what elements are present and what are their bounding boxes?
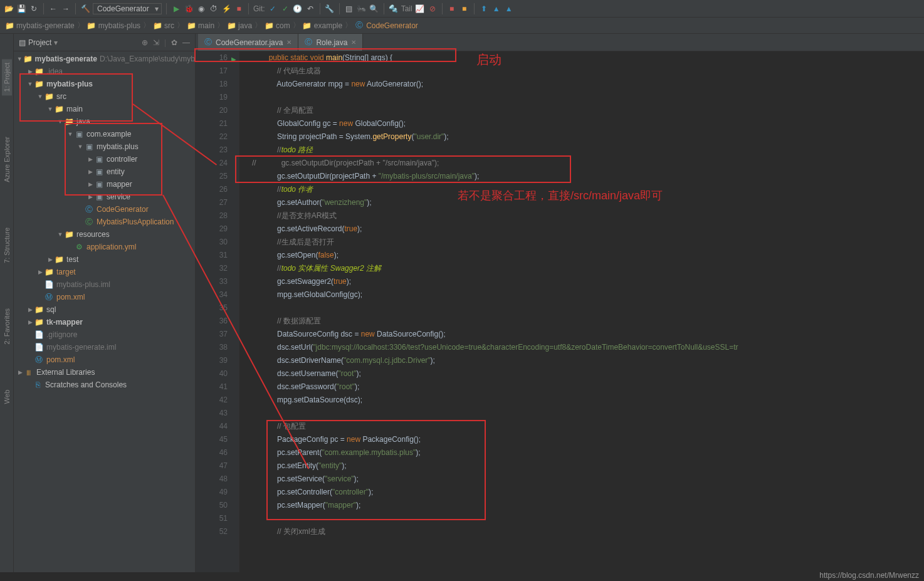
azure2-icon[interactable]: ▲ <box>504 4 514 14</box>
tree-node[interactable]: 📄mybatis-generate.iml <box>14 341 195 353</box>
git-history-icon[interactable]: 🕐 <box>293 4 303 14</box>
orange-square-icon[interactable]: ■ <box>459 4 470 14</box>
hide-icon[interactable]: — <box>182 38 190 47</box>
git-label: Git: <box>253 4 265 13</box>
editor-tabs: Ⓒ CodeGenerator.java ✕ Ⓒ Role.java ✕ <box>196 34 924 51</box>
tree-node[interactable]: ▶▣mapper <box>14 178 195 191</box>
graph-icon[interactable]: 📈 <box>415 4 425 14</box>
stop-icon[interactable]: ■ <box>234 4 244 14</box>
tab-label: Role.java <box>316 38 347 47</box>
tree-node[interactable]: ▼▣mybatis.plus <box>14 140 195 153</box>
block-icon[interactable]: ⊘ <box>428 4 438 14</box>
editor-tab[interactable]: Ⓒ CodeGenerator.java ✕ <box>198 34 298 51</box>
project-title: Project <box>28 38 51 47</box>
class-icon: Ⓒ <box>305 37 312 48</box>
favorites-tool-tab[interactable]: 2: Favorites <box>2 305 12 348</box>
tree-node[interactable]: 📄.gitignore <box>14 328 195 341</box>
run-config-combo[interactable]: CodeGenerator <box>93 3 162 14</box>
breadcrumb-item[interactable]: 📁mybatis-generate <box>5 21 75 30</box>
git-revert-icon[interactable]: ↶ <box>305 4 315 14</box>
breadcrumb-item[interactable]: ⒸCodeGenerator <box>355 21 418 30</box>
breadcrumb-item[interactable]: 📁mybatis-plus <box>87 21 140 30</box>
tree-node[interactable]: ▶▣controller <box>14 153 195 165</box>
tree-node[interactable]: ▼📁resources <box>14 228 195 241</box>
watermark: https://blog.csdn.net/Mrwenzz <box>819 571 919 580</box>
tree-node[interactable]: ▶▣service <box>14 191 195 203</box>
tree-node[interactable]: 📄mybatis-plus.iml <box>14 278 195 291</box>
tree-node[interactable]: ▶📁tk-mapper <box>14 316 195 328</box>
left-toolbar: 1: Project Azure Explorer 7: Structure 2… <box>0 34 14 572</box>
project-icon: ▤ <box>19 38 26 47</box>
web-tool-tab[interactable]: Web <box>2 386 12 407</box>
red-square-icon[interactable]: ■ <box>447 4 457 14</box>
line-gutter: 16▶1718192021222324252627282930313233343… <box>196 51 239 572</box>
build-icon[interactable]: 🔨 <box>80 4 90 14</box>
close-icon[interactable]: ✕ <box>351 39 356 46</box>
back-icon[interactable]: ← <box>48 4 58 14</box>
up-icon[interactable]: ⬆ <box>479 4 489 14</box>
tree-node[interactable]: ▼📁main <box>14 103 195 115</box>
tree-node[interactable]: Ⓜpom.xml <box>14 353 195 366</box>
tree-node[interactable]: ▼📁java <box>14 115 195 128</box>
project-panel-header: ▤Project ▾ ⊕ ⇲ | ✿ — <box>14 34 195 51</box>
concurrent-icon[interactable]: ⚡ <box>221 4 231 14</box>
gear-icon[interactable]: ✿ <box>171 38 177 47</box>
breadcrumb-item[interactable]: 📁com <box>265 21 290 30</box>
git-commit-icon[interactable]: ✓ <box>280 4 290 14</box>
editor-area: Ⓒ CodeGenerator.java ✕ Ⓒ Role.java ✕ 16▶… <box>196 34 924 572</box>
tail-label: Tail <box>401 4 412 13</box>
forward-icon[interactable]: → <box>61 4 71 14</box>
tree-external-libs[interactable]: ▶⫼ External Libraries <box>14 366 195 379</box>
git-update-icon[interactable]: ✓ <box>268 4 278 14</box>
close-icon[interactable]: ✕ <box>286 39 291 46</box>
tree-node[interactable]: ⒸMybatisPlusApplication <box>14 216 195 228</box>
breadcrumb-item[interactable]: 📁java <box>227 21 252 30</box>
azure-icon[interactable]: ▲ <box>491 4 501 14</box>
main-toolbar: 📂 💾 ↻ ← → 🔨 CodeGenerator ▶ 🐞 ◉ ⏱ ⚡ ■ Gi… <box>0 0 924 18</box>
debug-icon[interactable]: 🐞 <box>184 4 194 14</box>
code-editor[interactable]: 16▶1718192021222324252627282930313233343… <box>196 51 924 572</box>
tree-node[interactable]: Ⓜpom.xml <box>14 291 195 303</box>
structure-tool-tab[interactable]: 7: Structure <box>2 224 12 267</box>
refresh-icon[interactable]: ↻ <box>29 4 39 14</box>
profile-icon[interactable]: ⏱ <box>209 4 219 14</box>
tree-node[interactable]: ▶▣entity <box>14 165 195 178</box>
breadcrumb-item[interactable]: 📁src <box>153 21 174 30</box>
project-tool-tab[interactable]: 1: Project <box>2 59 12 95</box>
run-icon[interactable]: ▶ <box>171 4 181 14</box>
collapse-icon[interactable]: ⇲ <box>153 38 159 47</box>
open-icon[interactable]: 📂 <box>4 4 14 14</box>
search-icon[interactable]: 🔍 <box>369 4 379 14</box>
class-icon: Ⓒ <box>204 37 212 48</box>
project-tree[interactable]: ▼📁 mybatis-generate D:\Java_Example\stud… <box>14 51 195 572</box>
coverage-icon[interactable]: ◉ <box>196 4 206 14</box>
tree-node[interactable]: ⒸCodeGenerator <box>14 203 195 216</box>
save-icon[interactable]: 💾 <box>16 4 26 14</box>
tree-node[interactable]: ▶📁sql <box>14 303 195 316</box>
breadcrumb-bar: 📁mybatis-generate〉 📁mybatis-plus〉 📁src〉 … <box>0 18 924 34</box>
tree-node[interactable]: ▼📁mybatis-plus <box>14 78 195 90</box>
tree-node[interactable]: ▶📁test <box>14 253 195 266</box>
project-panel: ▤Project ▾ ⊕ ⇲ | ✿ — ▼📁 mybatis-generate… <box>14 34 196 572</box>
tree-node[interactable]: ▶📁.idea <box>14 65 195 78</box>
azure-explorer-tab[interactable]: Azure Explorer <box>2 133 12 186</box>
tree-scratches[interactable]: ⎘ Scratches and Consoles <box>14 379 195 391</box>
structure-icon[interactable]: ▤ <box>344 4 354 14</box>
tools-icon[interactable]: 🔩 <box>389 4 399 14</box>
code-body[interactable]: public static void main(String[] args) {… <box>239 51 924 572</box>
breadcrumb-item[interactable]: 📁example <box>303 21 342 30</box>
tree-node[interactable]: ▼▣com.example <box>14 128 195 140</box>
locate-icon[interactable]: ⊕ <box>142 38 148 47</box>
tree-root[interactable]: ▼📁 mybatis-generate D:\Java_Example\stud… <box>14 53 195 65</box>
ant-icon[interactable]: 🐜 <box>357 4 367 14</box>
tree-node[interactable]: ▶📁target <box>14 266 195 278</box>
editor-tab[interactable]: Ⓒ Role.java ✕ <box>298 34 363 51</box>
wrench-icon[interactable]: 🔧 <box>325 4 335 14</box>
tab-label: CodeGenerator.java <box>216 38 283 47</box>
tree-node[interactable]: ▼📁src <box>14 90 195 103</box>
breadcrumb-item[interactable]: 📁main <box>187 21 214 30</box>
tree-node[interactable]: ⚙application.yml <box>14 241 195 253</box>
